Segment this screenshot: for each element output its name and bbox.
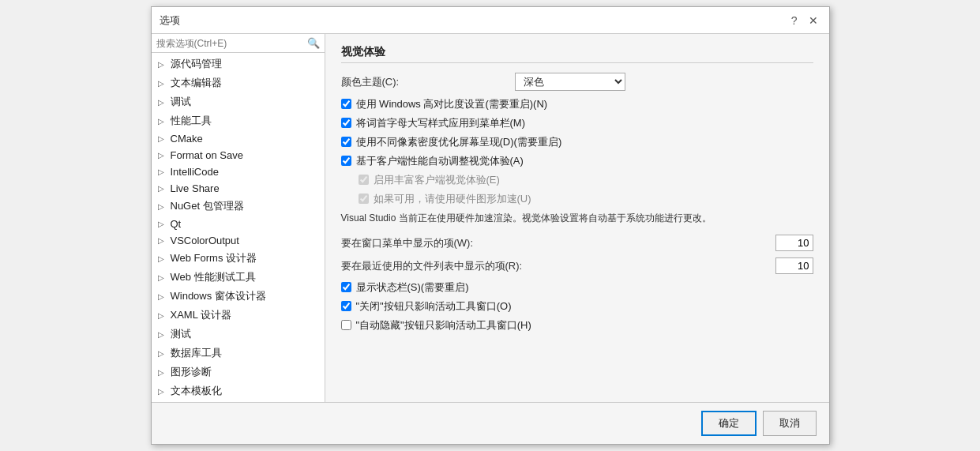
nav-item[interactable]: ▷测试 <box>152 325 325 344</box>
nav-item[interactable]: ▷CMake <box>152 130 325 147</box>
section-title: 视觉体验 <box>341 45 813 63</box>
nav-item-label: XAML 设计器 <box>171 308 232 322</box>
nav-item[interactable]: ▷VSColorOutput <box>152 232 325 249</box>
nav-arrow: ▷ <box>158 368 169 377</box>
ok-button[interactable]: 确定 <box>701 411 757 436</box>
color-theme-row: 颜色主题(C): 深色浅色蓝色蓝色（超对比度） <box>341 73 813 91</box>
checkbox-row: 使用不同像素密度优化屏幕呈现(D)(需要重启) <box>341 135 813 149</box>
nav-item[interactable]: ▷性能工具 <box>152 111 325 130</box>
nav-item-label: 文本模板化 <box>171 384 222 398</box>
bottom-checkboxes: 显示状态栏(S)(需要重启)"关闭"按钮只影响活动工具窗口(O)"自动隐藏"按钮… <box>341 280 813 333</box>
checkbox-label: 基于客户端性能自动调整视觉体验(A) <box>356 154 524 168</box>
dialog-body: 🔍 ▷源代码管理▷文本编辑器▷调试▷性能工具▷CMake▷Format on S… <box>152 34 829 402</box>
bottom-checkbox-label: 显示状态栏(S)(需要重启) <box>356 280 469 295</box>
nav-arrow: ▷ <box>158 292 169 301</box>
window-menu-input[interactable] <box>775 235 813 251</box>
nav-item-label: CMake <box>171 133 203 145</box>
sub-checkbox-scb1 <box>359 175 369 185</box>
checkbox-cb3[interactable] <box>341 137 351 147</box>
nav-item-label: VSColorOutput <box>171 235 239 246</box>
nav-item[interactable]: ▷Web Forms 设计器 <box>152 249 325 268</box>
info-text: Visual Studio 当前正在使用硬件加速渲染。视觉体验设置将自动基于系统… <box>341 211 813 225</box>
nav-item-label: Web Forms 设计器 <box>171 251 257 265</box>
nav-item[interactable]: ▷调试 <box>152 92 325 111</box>
nav-arrow: ▷ <box>158 311 169 320</box>
bottom-checkbox-label: "自动隐藏"按钮只影响活动工具窗口(H) <box>356 318 531 333</box>
color-theme-select[interactable]: 深色浅色蓝色蓝色（超对比度） <box>515 73 625 91</box>
nav-item-label: NuGet 包管理器 <box>171 199 244 213</box>
checkbox-label: 使用不同像素密度优化屏幕呈现(D)(需要重启) <box>356 135 562 149</box>
recent-files-input[interactable] <box>775 257 813 274</box>
cancel-button[interactable]: 取消 <box>763 411 817 436</box>
checkbox-cb4[interactable] <box>341 156 351 166</box>
sub-checkboxes: 启用丰富客户端视觉体验(E)如果可用，请使用硬件图形加速(U) <box>359 173 813 206</box>
color-theme-label: 颜色主题(C): <box>341 75 515 89</box>
checkbox-row: 将词首字母大写样式应用到菜单栏(M) <box>341 116 813 130</box>
nav-arrow: ▷ <box>158 98 169 107</box>
nav-item[interactable]: ▷Qt <box>152 216 325 232</box>
nav-arrow: ▷ <box>158 184 169 193</box>
nav-item[interactable]: ▷NuGet 包管理器 <box>152 197 325 216</box>
nav-arrow: ▷ <box>158 387 169 396</box>
dialog-footer: 确定 取消 <box>152 402 829 444</box>
search-box: 🔍 <box>152 34 325 53</box>
sub-checkbox-row: 启用丰富客户端视觉体验(E) <box>359 173 813 187</box>
recent-files-label: 要在最近使用的文件列表中显示的项(R): <box>341 259 775 273</box>
nav-item[interactable]: ▷图形诊断 <box>152 363 325 381</box>
nav-item[interactable]: ▷XAML 设计器 <box>152 306 325 325</box>
bottom-checkbox-row: 显示状态栏(S)(需要重启) <box>341 280 813 295</box>
checkbox-cb2[interactable] <box>341 118 351 128</box>
nav-arrow: ▷ <box>158 167 169 176</box>
checkbox-row: 使用 Windows 高对比度设置(需要重启)(N) <box>341 97 813 111</box>
sidebar: 🔍 ▷源代码管理▷文本编辑器▷调试▷性能工具▷CMake▷Format on S… <box>152 34 325 402</box>
nav-arrow: ▷ <box>158 349 169 358</box>
sub-checkbox-label: 启用丰富客户端视觉体验(E) <box>374 173 500 187</box>
nav-item[interactable]: ▷Format on Save <box>152 147 325 163</box>
nav-item[interactable]: ▷Live Share <box>152 180 325 197</box>
bottom-checkbox-label: "关闭"按钮只影响活动工具窗口(O) <box>356 299 512 314</box>
nav-item-label: IntelliCode <box>171 166 219 178</box>
title-controls: ? ✕ <box>788 14 821 27</box>
nav-item-label: 调试 <box>171 95 191 109</box>
help-button[interactable]: ? <box>788 14 801 27</box>
bottom-checkbox-bcb3[interactable] <box>341 320 351 330</box>
nav-list: ▷源代码管理▷文本编辑器▷调试▷性能工具▷CMake▷Format on Sav… <box>152 53 325 402</box>
bottom-checkbox-bcb1[interactable] <box>341 282 351 292</box>
checkbox-label: 将词首字母大写样式应用到菜单栏(M) <box>356 116 526 130</box>
nav-item[interactable]: ▷源代码管理 <box>152 54 325 73</box>
close-button[interactable]: ✕ <box>805 14 821 27</box>
bottom-checkbox-bcb2[interactable] <box>341 301 351 311</box>
nav-item-label: Windows 窗体设计器 <box>171 289 266 303</box>
nav-item-label: Format on Save <box>171 149 244 161</box>
sub-checkbox-row: 如果可用，请使用硬件图形加速(U) <box>359 192 813 206</box>
nav-item[interactable]: ▷数据库工具 <box>152 344 325 363</box>
search-input[interactable] <box>156 38 304 49</box>
nav-arrow: ▷ <box>158 134 169 143</box>
nav-item-label: 文本编辑器 <box>171 76 222 90</box>
nav-item-label: 源代码管理 <box>171 57 222 71</box>
nav-item[interactable]: ▷Windows 窗体设计器 <box>152 287 325 306</box>
nav-item-label: Qt <box>171 218 182 230</box>
nav-item-label: Web 性能测试工具 <box>171 270 256 284</box>
dialog-title: 选项 <box>160 13 180 28</box>
nav-arrow: ▷ <box>158 151 169 160</box>
window-menu-label: 要在窗口菜单中显示的项(W): <box>341 236 775 250</box>
nav-arrow: ▷ <box>158 220 169 228</box>
checkbox-row: 基于客户端性能自动调整视觉体验(A) <box>341 154 813 168</box>
nav-arrow: ▷ <box>158 117 169 126</box>
title-bar: 选项 ? ✕ <box>152 7 829 34</box>
nav-item[interactable]: ▷文本编辑器 <box>152 73 325 92</box>
nav-arrow: ▷ <box>158 236 169 245</box>
window-menu-row: 要在窗口菜单中显示的项(W): <box>341 235 813 251</box>
main-content: 视觉体验 颜色主题(C): 深色浅色蓝色蓝色（超对比度） 使用 Windows … <box>325 34 829 402</box>
nav-arrow: ▷ <box>158 273 169 282</box>
nav-arrow: ▷ <box>158 202 169 211</box>
bottom-checkbox-row: "关闭"按钮只影响活动工具窗口(O) <box>341 299 813 314</box>
checkbox-cb1[interactable] <box>341 99 351 109</box>
nav-item-label: Live Share <box>171 182 220 194</box>
nav-item[interactable]: ▷IntelliCode <box>152 163 325 180</box>
bottom-checkbox-row: "自动隐藏"按钮只影响活动工具窗口(H) <box>341 318 813 333</box>
nav-arrow: ▷ <box>158 330 169 339</box>
nav-item[interactable]: ▷Web 性能测试工具 <box>152 268 325 287</box>
nav-item[interactable]: ▷文本模板化 <box>152 381 325 400</box>
